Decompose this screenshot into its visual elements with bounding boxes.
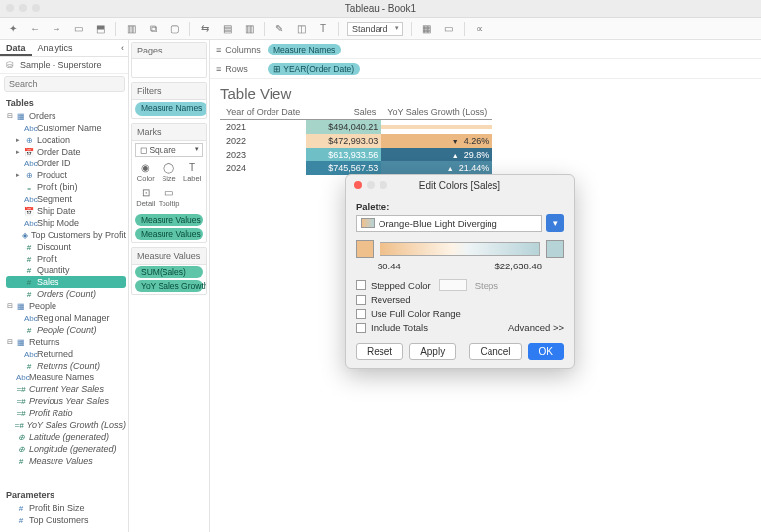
field-item[interactable]: AbcOrder ID <box>6 158 126 169</box>
field-item[interactable]: #Quantity <box>6 265 126 276</box>
gradient-bar[interactable] <box>380 242 540 256</box>
field-item[interactable]: AbcReturned <box>6 348 126 360</box>
sales-cell[interactable]: $613,933.56 <box>306 148 381 161</box>
group-icon[interactable]: ◫ <box>294 22 308 36</box>
palette-select[interactable]: Orange-Blue Light Diverging <box>356 215 542 232</box>
field-item[interactable]: AbcCustomer Name <box>6 122 126 134</box>
ok-button[interactable]: OK <box>528 343 564 360</box>
sheet-title[interactable]: Table View <box>210 79 761 105</box>
field-item[interactable]: ▸📅Order Date <box>6 146 126 158</box>
year-cell[interactable]: 2022 <box>220 134 306 148</box>
reversed-checkbox[interactable] <box>356 295 366 305</box>
sort-asc-icon[interactable]: ▤ <box>220 22 234 36</box>
tab-data[interactable]: Data <box>0 40 32 56</box>
field-item[interactable]: ▸⊕Product <box>6 169 126 181</box>
full-range-checkbox[interactable] <box>356 309 366 319</box>
field-item[interactable]: ⊟▦Returns <box>6 336 126 348</box>
mv-pill-sum-sales[interactable]: SUM(Sales) <box>135 266 203 278</box>
growth-cell[interactable]: 29.8% <box>381 148 492 161</box>
stepped-color-checkbox[interactable] <box>356 280 366 290</box>
labels-icon[interactable]: T <box>316 22 330 36</box>
column-header[interactable]: Year of Order Date <box>220 105 306 120</box>
new-ws-icon[interactable]: ▥ <box>124 22 138 36</box>
columns-pill[interactable]: Measure Names <box>268 44 341 55</box>
collapse-pane-icon[interactable]: ‹ <box>117 40 128 56</box>
mark-cell-color[interactable]: ◉Color <box>134 160 158 185</box>
field-item[interactable]: #Discount <box>6 241 126 253</box>
swap-icon[interactable]: ⇆ <box>198 22 212 36</box>
field-item[interactable]: ⊕Latitude (generated) <box>6 431 126 443</box>
sales-cell[interactable]: $745,567.53 <box>306 161 381 175</box>
field-item[interactable]: =#YoY Sales Growth (Loss) <box>6 419 126 431</box>
redo-icon[interactable]: → <box>50 22 63 36</box>
mark-cell-label[interactable]: TLabel <box>180 160 204 185</box>
field-item[interactable]: #Profit <box>6 253 126 265</box>
mark-cell-size[interactable]: ◯Size <box>158 160 181 185</box>
field-item[interactable]: #People (Count) <box>6 324 126 336</box>
field-item[interactable]: AbcSegment <box>6 193 126 205</box>
field-item[interactable]: #Top Customers <box>6 514 126 526</box>
field-item[interactable]: ▸⊕Location <box>6 134 126 146</box>
filters-card[interactable]: FiltersMeasure Names <box>131 82 207 119</box>
growth-cell[interactable] <box>381 120 492 135</box>
columns-shelf[interactable]: Measure Names <box>268 44 341 55</box>
clear-icon[interactable]: ▢ <box>167 22 181 36</box>
field-item[interactable]: =#Profit Ratio <box>6 407 126 419</box>
field-item[interactable]: #Profit Bin Size <box>6 502 126 514</box>
showme-icon[interactable]: ▦ <box>420 22 434 36</box>
new-source-icon[interactable]: ⬒ <box>93 22 107 36</box>
marks-pill-color[interactable]: Measure Values <box>135 214 203 226</box>
tab-analytics[interactable]: Analytics <box>32 40 79 56</box>
field-item[interactable]: AbcRegional Manager <box>6 312 126 324</box>
field-search-input[interactable] <box>4 76 125 92</box>
field-item[interactable]: ⊕Longitude (generated) <box>6 443 126 455</box>
dialog-titlebar[interactable]: Edit Colors [Sales] <box>346 175 574 195</box>
year-cell[interactable]: 2021 <box>220 120 306 135</box>
cancel-button[interactable]: Cancel <box>469 343 521 360</box>
field-item[interactable]: #Sales <box>6 276 126 288</box>
field-item[interactable]: ⊟▦People <box>6 300 126 312</box>
share-icon[interactable]: ∝ <box>473 22 487 36</box>
gradient-start-swatch[interactable] <box>356 240 374 258</box>
mark-cell-detail[interactable]: ⊡Detail <box>134 185 158 210</box>
field-item[interactable]: ◈Top Customers by Profit <box>6 229 126 241</box>
field-item[interactable]: AbcShip Mode <box>6 217 126 229</box>
mv-pill-yoy-growth[interactable]: YoY Sales Growth .. △ <box>135 280 203 292</box>
column-header[interactable]: YoY Sales Growth (Loss) <box>381 105 492 120</box>
fit-mode-select[interactable]: Standard <box>347 22 403 36</box>
field-item[interactable]: =#Previous Year Sales <box>6 395 126 407</box>
undo-icon[interactable]: ← <box>28 22 42 36</box>
rows-pill[interactable]: ⊞ YEAR(Order Date) <box>268 63 360 75</box>
mark-type-select[interactable]: ◻ Square <box>135 143 203 157</box>
growth-cell[interactable]: 21.44% <box>381 161 492 175</box>
steps-input[interactable] <box>439 279 467 291</box>
marks-pill-label[interactable]: Measure Values <box>135 228 203 240</box>
data-source-item[interactable]: ⛁ Sample - Superstore <box>0 57 128 74</box>
year-cell[interactable]: 2023 <box>220 148 306 161</box>
highlight-icon[interactable]: ✎ <box>272 22 286 36</box>
palette-dropdown-button[interactable] <box>546 214 564 232</box>
field-item[interactable]: AbcMeasure Names <box>6 372 126 383</box>
year-cell[interactable]: 2024 <box>220 161 306 175</box>
pages-card[interactable]: Pages <box>131 42 207 78</box>
save-icon[interactable]: ▭ <box>71 22 85 36</box>
mark-cell-tooltip[interactable]: ▭Tooltip <box>158 185 181 210</box>
rows-shelf[interactable]: ⊞ YEAR(Order Date) <box>268 63 360 75</box>
sales-cell[interactable]: $494,040.21 <box>306 120 381 135</box>
window-traffic-lights[interactable] <box>6 4 40 12</box>
present-icon[interactable]: ▭ <box>442 22 456 36</box>
field-item[interactable]: #Returns (Count) <box>6 360 126 372</box>
dialog-close-icon[interactable] <box>354 181 362 189</box>
field-item[interactable]: ⊟▦Orders <box>6 110 126 122</box>
apply-button[interactable]: Apply <box>409 343 456 360</box>
growth-cell[interactable]: 4.26% <box>381 134 492 148</box>
field-item[interactable]: ₌Profit (bin) <box>6 181 126 193</box>
gradient-end-swatch[interactable] <box>546 240 564 258</box>
advanced-button[interactable]: Advanced >> <box>508 322 564 333</box>
field-item[interactable]: =#Current Year Sales <box>6 383 126 395</box>
reset-button[interactable]: Reset <box>356 343 403 360</box>
filter-pill-measure-names[interactable]: Measure Names <box>135 102 207 116</box>
include-totals-checkbox[interactable] <box>356 323 366 333</box>
column-header[interactable]: Sales <box>306 105 381 120</box>
sales-cell[interactable]: $472,993.03 <box>306 134 381 148</box>
